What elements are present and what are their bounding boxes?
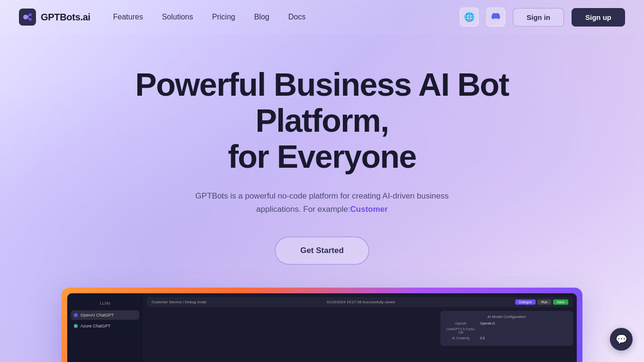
nav-pricing[interactable]: Pricing [212, 13, 235, 21]
logo-text: GPTBots.ai [41, 12, 90, 23]
screenshot-panel-openai-label: OpenAI [444, 322, 477, 325]
screenshot-btn-dialogue[interactable]: Dialogue [515, 299, 536, 305]
hero-title-line1: Powerful Business AI Bot Platform, [135, 66, 509, 138]
screenshot-panel-row-2: ChatGPT3.5-Turbo-16k [444, 327, 569, 334]
chat-widget[interactable]: 💬 [610, 328, 633, 351]
nav-docs[interactable]: Docs [288, 13, 305, 21]
nav-solutions[interactable]: Solutions [162, 13, 193, 21]
screenshot-sidebar-item-1[interactable]: OpenAI ChatGPT [71, 310, 139, 320]
sign-up-button[interactable]: Sign up [572, 8, 625, 27]
nav-blog[interactable]: Blog [254, 13, 269, 21]
discord-button[interactable] [486, 8, 505, 27]
screenshot-status: 01/16/2024 15:27:38 Successfully saved [327, 300, 395, 304]
sidebar-item-label-2: Azure ChatGPT [80, 324, 111, 328]
sidebar-dot-2 [74, 324, 78, 328]
screenshot-sidebar-header: LLMs [71, 299, 139, 308]
screenshot-toolbar-buttons: Dialogue Run Save [515, 299, 568, 305]
hero-subtitle-highlight: Customer [350, 205, 388, 214]
get-started-button[interactable]: Get Started [275, 236, 369, 265]
nav-links: Features Solutions Pricing Blog Docs [113, 13, 305, 21]
screenshot-breadcrumb: Customer Service / Debug mode [152, 300, 206, 304]
chat-widget-icon: 💬 [616, 334, 627, 345]
screenshot-toolbar: Customer Service / Debug mode 01/16/2024… [147, 297, 573, 307]
sign-in-button[interactable]: Sign in [513, 8, 564, 27]
svg-point-1 [23, 15, 28, 19]
screenshot-panel-creativity-val: 0.3 [480, 336, 485, 340]
screenshot-sidebar-item-2[interactable]: Azure ChatGPT [71, 321, 139, 331]
screenshot-inner: LLMs OpenAI ChatGPT Azure ChatGPT Custom… [67, 293, 577, 362]
sidebar-item-label-1: OpenAI ChatGPT [80, 313, 114, 317]
sidebar-dot-1 [74, 313, 78, 317]
screenshot-sidebar: LLMs OpenAI ChatGPT Azure ChatGPT [67, 293, 143, 362]
navbar-right: 🌐 Sign in Sign up [460, 8, 625, 27]
hero-section: Powerful Business AI Bot Platform, for E… [0, 0, 644, 362]
nav-features[interactable]: Features [113, 13, 143, 21]
screenshot-main: Customer Service / Debug mode 01/16/2024… [143, 293, 577, 362]
screenshot-panel-title: AI Model Configuration [444, 315, 569, 319]
navbar: GPTBots.ai Features Solutions Pricing Bl… [0, 0, 644, 34]
screenshot-btn-run[interactable]: Run [537, 299, 551, 305]
logo[interactable]: GPTBots.ai [19, 9, 90, 26]
navbar-left: GPTBots.ai Features Solutions Pricing Bl… [19, 9, 305, 26]
hero-title-line2: for Everyone [228, 138, 416, 174]
screenshot-panel-row-1: OpenAI OpenAI-O [444, 322, 569, 325]
globe-button[interactable]: 🌐 [460, 8, 479, 27]
screenshot-btn-save[interactable]: Save [553, 299, 568, 305]
svg-point-3 [29, 18, 32, 21]
page-wrapper: GPTBots.ai Features Solutions Pricing Bl… [0, 0, 644, 362]
hero-title: Powerful Business AI Bot Platform, for E… [90, 66, 554, 174]
product-screenshot: LLMs OpenAI ChatGPT Azure ChatGPT Custom… [62, 288, 582, 362]
screenshot-panel-model-label: ChatGPT3.5-Turbo-16k [444, 327, 477, 334]
discord-icon [492, 12, 500, 23]
svg-point-2 [29, 13, 32, 16]
logo-icon [19, 9, 36, 26]
screenshot-panel-openai-val: OpenAI-O [480, 322, 495, 325]
hero-subtitle: GPTBots is a powerful no-code platform f… [180, 190, 464, 215]
screenshot-panel-creativity-label: AI Creativity [444, 336, 477, 340]
screenshot-panel-row-3: AI Creativity 0.3 [444, 336, 569, 340]
screenshot-panel: AI Model Configuration OpenAI OpenAI-O C… [440, 311, 573, 346]
globe-icon: 🌐 [464, 12, 474, 22]
hero-subtitle-text: GPTBots is a powerful no-code platform f… [196, 191, 449, 213]
